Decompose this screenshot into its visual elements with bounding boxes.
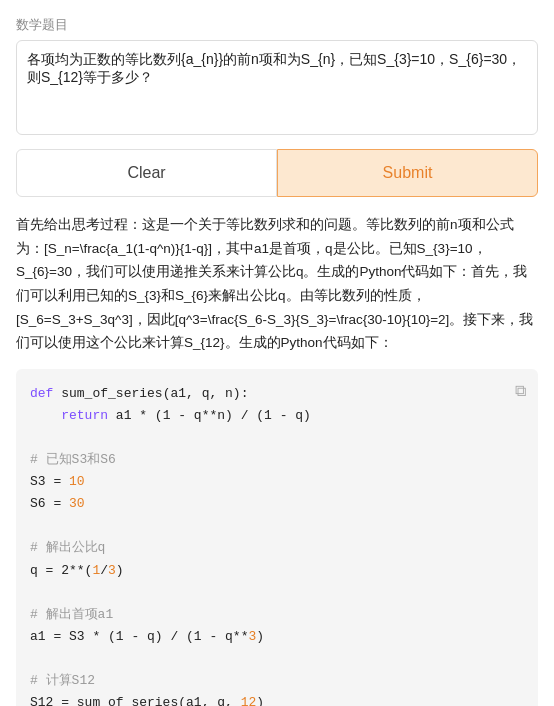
copy-icon[interactable]: ⧉ [515,379,526,406]
code-block: ⧉ def sum_of_series(a1, q, n): return a1… [16,369,538,706]
code-line-q: q = 2**(1/3) [30,560,524,582]
code-line-comment4: # 计算S12 [30,670,524,692]
code-line-a1: a1 = S3 * (1 - q) / (1 - q**3) [30,626,524,648]
code-line-comment3: # 解出首项a1 [30,604,524,626]
clear-button[interactable]: Clear [16,149,277,197]
submit-button[interactable]: Submit [277,149,538,197]
section-label: 数学题目 [16,16,538,34]
code-line-blank4 [30,648,524,670]
code-line-s6: S6 = 30 [30,493,524,515]
problem-textarea-wrapper: 各项均为正数的等比数列{a_{n}}的前n项和为S_{n}，已知S_{3}=10… [16,40,538,135]
code-line-blank2 [30,515,524,537]
answer-intro: 首先给出思考过程：这是一个关于等比数列求和的问题。等比数列的前n项和公式为：[S… [16,213,538,355]
code-line-comment1: # 已知S3和S6 [30,449,524,471]
code-line-2: return a1 * (1 - q**n) / (1 - q) [30,405,524,427]
code-line-1: def sum_of_series(a1, q, n): [30,383,524,405]
code-line-blank3 [30,582,524,604]
page: 数学题目 各项均为正数的等比数列{a_{n}}的前n项和为S_{n}，已知S_{… [0,0,554,706]
code-line-comment2: # 解出公比q [30,537,524,559]
problem-input[interactable]: 各项均为正数的等比数列{a_{n}}的前n项和为S_{n}，已知S_{3}=10… [27,51,527,121]
button-row: Clear Submit [16,149,538,197]
code-line-blank1 [30,427,524,449]
code-line-s12: S12 = sum_of_series(a1, q, 12) [30,692,524,706]
code-line-s3: S3 = 10 [30,471,524,493]
